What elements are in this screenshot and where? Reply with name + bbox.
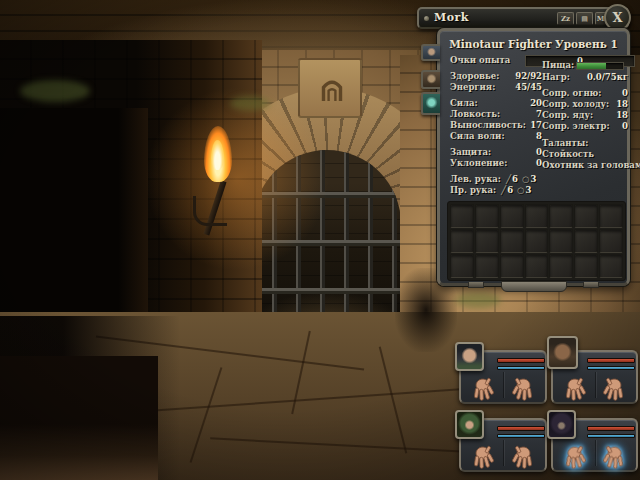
rest-button[interactable]: Zz	[557, 12, 574, 25]
inventory-slot[interactable]	[549, 229, 573, 253]
inventory-slot[interactable]	[500, 254, 524, 278]
inventory-slot[interactable]	[599, 229, 623, 253]
portrait-mage[interactable]	[547, 410, 576, 439]
stat-bars	[587, 358, 635, 373]
hand-label: Пр. рука:	[450, 185, 496, 196]
inventory-slot[interactable]	[475, 204, 499, 228]
resist-label: Сопр. огню:	[542, 88, 601, 99]
resist-value: 0	[622, 121, 628, 132]
inventory-slot[interactable]	[525, 254, 549, 278]
party-tab-fighter[interactable]	[421, 44, 440, 61]
inventory-slot[interactable]	[525, 229, 549, 253]
food-label: Пища:	[542, 60, 574, 71]
panel-notch	[501, 281, 567, 292]
moss-patch	[20, 80, 90, 102]
map-button[interactable]: ▤	[576, 12, 593, 25]
hand-divider	[595, 440, 596, 466]
resist-label: Сопр. электр:	[542, 121, 610, 132]
attack-value: 6	[507, 185, 513, 196]
inventory-slot[interactable]	[549, 204, 573, 228]
resist-value: 18	[616, 99, 628, 110]
health-bar	[497, 358, 545, 363]
stat-label: Уклонение:	[450, 158, 507, 169]
panel-notch-right	[583, 282, 599, 288]
left-hand-slot[interactable]	[468, 374, 498, 402]
food-bar-fill	[577, 63, 606, 69]
inventory-slot[interactable]	[475, 254, 499, 278]
resist-row: Сопр. огню:0	[542, 88, 628, 99]
accuracy-value: 3	[526, 185, 532, 196]
inventory-slot[interactable]	[599, 254, 623, 278]
food-bar	[576, 62, 624, 70]
resist-row: Сопр. яду:18	[542, 110, 628, 121]
stat-label: Сила воли:	[450, 131, 505, 142]
inventory-slot[interactable]	[599, 204, 623, 228]
close-button[interactable]: X	[604, 4, 631, 31]
resist-row: Сопр. холоду:18	[542, 99, 628, 110]
character-name: Mork	[434, 11, 469, 24]
hand-divider	[595, 372, 596, 398]
right-hand-slot[interactable]	[599, 374, 629, 402]
character-sheet-titlebar[interactable]: Mork Zz ▤ MENU	[417, 7, 629, 29]
traits-header: Таланты:	[542, 138, 628, 149]
inventory-slot[interactable]	[450, 204, 474, 228]
inventory-slot[interactable]	[574, 229, 598, 253]
portrait-rogue[interactable]	[455, 410, 484, 439]
rivet-icon	[424, 16, 429, 21]
party-tab-rogue[interactable]	[421, 70, 440, 89]
inventory-slot[interactable]	[500, 229, 524, 253]
stat-row: Здоровье:92/92	[450, 71, 542, 82]
torch-glow	[142, 84, 332, 274]
right-hand-slot[interactable]	[508, 374, 538, 402]
party-ui	[453, 334, 640, 474]
inventory-slot[interactable]	[475, 229, 499, 253]
stat-label: Выносливость:	[450, 120, 526, 131]
stat-label: Сила:	[450, 98, 478, 109]
portrait-fighter[interactable]	[455, 342, 484, 371]
character-sheet-panel: Minotaur Fighter Уровень 1 Очки опыта 0 …	[437, 28, 630, 286]
portrait-minotaur-selected[interactable]	[547, 336, 578, 369]
stat-value: 92/92	[515, 71, 542, 82]
stat-bars	[497, 358, 545, 373]
hand-divider	[503, 372, 504, 398]
right-hand-row: Пр. рука: ╱ 6 ○ 3	[450, 185, 542, 196]
stat-row: Сила воли:8	[450, 131, 542, 142]
inventory-slot[interactable]	[500, 204, 524, 228]
stat-row: Ловкость:7	[450, 109, 542, 120]
load-label: Нагр:	[542, 72, 570, 83]
stat-row: Защита:0	[450, 147, 542, 158]
hand-label: Лев. рука:	[450, 174, 501, 185]
attack-value: 6	[512, 174, 518, 185]
food-row: Пища:	[542, 60, 628, 71]
inventory-slot[interactable]	[450, 229, 474, 253]
stat-bars	[497, 426, 545, 441]
right-hand-slot[interactable]	[508, 442, 538, 470]
stat-row: Уклонение:0	[450, 158, 542, 169]
stat-value: 17	[530, 120, 542, 131]
inventory-grid	[447, 201, 626, 281]
accuracy-icon: ○	[517, 185, 524, 196]
bottom-left-wall	[0, 356, 158, 480]
left-hand-slot[interactable]	[468, 442, 498, 470]
trait-item: Охотник за головами	[542, 160, 628, 171]
energy-bar	[497, 434, 545, 438]
accuracy-value: 3	[530, 174, 536, 185]
left-hand-slot[interactable]	[560, 374, 590, 402]
inventory-slot[interactable]	[450, 254, 474, 278]
stat-value: 45/45	[515, 82, 542, 93]
health-bar	[587, 358, 635, 363]
left-hand-slot-glowing[interactable]	[560, 442, 590, 470]
inventory-slot[interactable]	[525, 204, 549, 228]
inventory-slot[interactable]	[549, 254, 573, 278]
resist-value: 18	[616, 110, 628, 121]
torch-bracket	[193, 196, 227, 226]
resist-row: Сопр. электр:0	[542, 121, 628, 132]
right-hand-slot-glowing[interactable]	[599, 442, 629, 470]
inventory-slot[interactable]	[574, 254, 598, 278]
inventory-slot[interactable]	[574, 204, 598, 228]
party-tab-mage[interactable]	[421, 92, 440, 115]
stat-value: 20	[530, 98, 542, 109]
stat-row: Энергия:45/45	[450, 82, 542, 93]
stat-row: Сила:20	[450, 98, 542, 109]
class-level-header: Minotaur Fighter Уровень 1	[440, 38, 627, 50]
